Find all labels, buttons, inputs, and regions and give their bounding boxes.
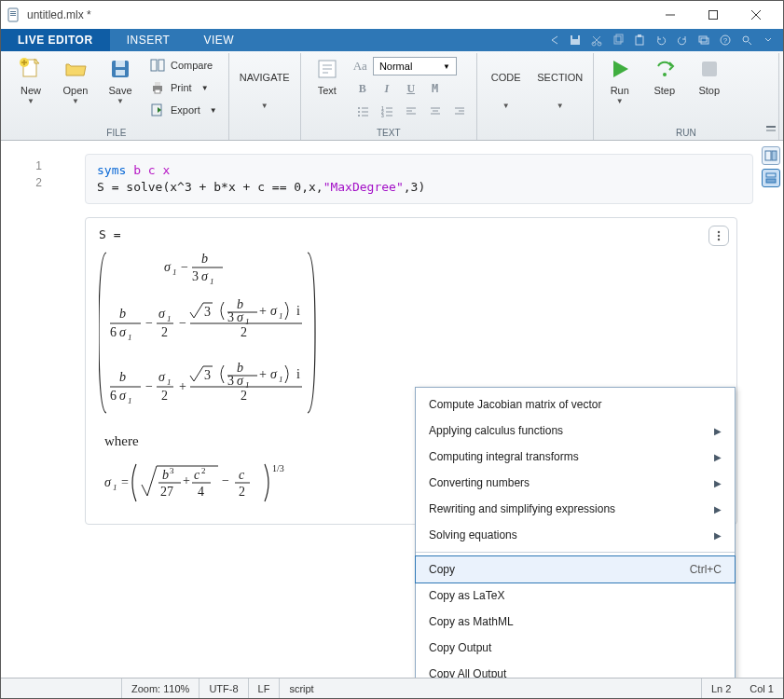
undo-icon[interactable] [652,31,670,49]
new-file-icon [19,57,43,81]
dropdown-icon: ▼ [261,102,268,110]
search-help-icon[interactable] [737,31,756,49]
qat-shrink-icon[interactable] [544,31,563,49]
qat-dropdown-icon[interactable] [759,31,777,49]
svg-text:1/3: 1/3 [272,463,284,473]
svg-text:2: 2 [161,325,168,339]
pin-icon[interactable] [764,120,777,136]
open-folder-icon [63,57,88,81]
svg-text:1: 1 [245,380,250,390]
document-icon [7,7,21,22]
svg-text:σ: σ [270,304,278,318]
svg-text:3: 3 [227,374,234,388]
output-menu-button[interactable] [708,226,729,246]
svg-text:c: c [239,468,245,482]
underline-button[interactable]: U [402,79,420,98]
bold-button[interactable]: B [353,79,372,98]
svg-rect-141 [766,173,776,177]
switch-windows-icon[interactable] [695,31,713,49]
help-icon[interactable]: ? [716,31,735,49]
new-button[interactable]: New ▼ [12,55,49,105]
numbered-list-button[interactable]: 123 [378,102,396,120]
svg-text:2: 2 [161,389,168,403]
code-block[interactable]: syms b c x S = solve(x^3 + b*x + c == 0,… [85,154,753,204]
tab-insert[interactable]: INSERT [110,29,187,51]
ctx-convert[interactable]: Converting numbers▶ [416,470,735,496]
svg-text:3: 3 [204,368,211,382]
svg-text:−: − [179,316,186,330]
open-button[interactable]: Open ▼ [57,55,94,105]
svg-text:σ: σ [119,325,127,339]
navigate-button[interactable]: NAVIGATE ▼ [237,55,293,110]
ctx-jacobian[interactable]: Compute Jacobian matrix of vector [416,391,735,418]
text-button[interactable]: Text [309,55,346,96]
ctx-copy-all-output[interactable]: Copy All Output [416,661,735,678]
svg-text:c: c [194,468,200,482]
align-right-button[interactable] [450,102,469,120]
chevron-right-icon: ▶ [714,452,722,462]
svg-text:1: 1 [113,483,117,492]
svg-rect-12 [614,36,621,44]
step-button[interactable]: Step [646,55,683,96]
svg-text:1: 1 [172,267,177,277]
italic-button[interactable]: I [378,79,396,98]
line-number: 2 [1,176,57,193]
align-left-button[interactable] [402,102,420,120]
ctx-rewrite[interactable]: Rewriting and simplifying expressions▶ [416,496,735,522]
run-button[interactable]: Run ▼ [601,55,639,105]
svg-text:3: 3 [170,466,174,475]
ctx-solving[interactable]: Solving equations▶ [416,522,735,548]
style-selector[interactable]: Normal▼ [373,57,457,75]
tab-view[interactable]: VIEW [186,29,251,51]
bullet-list-button[interactable] [353,102,372,120]
status-zoom[interactable]: Zoom: 110% [122,678,199,698]
output-inline-button[interactable] [762,169,780,187]
ctx-calculus[interactable]: Applying calculus functions▶ [416,418,735,444]
svg-text:2: 2 [241,325,247,339]
minimize-button[interactable] [649,1,692,29]
monospace-button[interactable]: M [426,79,445,98]
print-button[interactable]: Print▼ [146,77,221,98]
svg-text:σ: σ [270,367,278,381]
svg-text:b: b [237,361,243,375]
stop-button[interactable]: Stop [691,55,728,96]
svg-line-21 [749,42,751,45]
copy-icon[interactable] [609,31,627,49]
align-center-button[interactable] [426,102,445,120]
svg-rect-3 [10,15,16,16]
svg-rect-30 [155,82,160,86]
close-button[interactable] [735,1,777,29]
ctx-copy-latex[interactable]: Copy as LaTeX [416,582,735,609]
dropdown-icon: ▼ [117,97,124,105]
group-label-run: RUN [601,126,771,140]
svg-text:3: 3 [381,113,384,117]
dropdown-icon: ▼ [557,102,564,110]
ctx-integral[interactable]: Computing integral transforms▶ [416,444,735,470]
tab-live-editor[interactable]: LIVE EDITOR [1,29,110,51]
compare-button[interactable]: Compare [146,55,221,75]
ctx-copy[interactable]: CopyCtrl+C [416,556,735,582]
export-icon [150,103,165,117]
output-right-button[interactable] [762,146,780,165]
ctx-copy-mathml[interactable]: Copy as MathML [416,609,735,635]
cut-icon[interactable] [587,31,606,49]
section-menu[interactable]: SECTION ▼ [535,55,585,110]
paste-icon[interactable] [630,31,649,49]
line-number: 1 [1,159,57,176]
save-icon[interactable] [566,31,585,49]
save-button[interactable]: Save ▼ [102,55,139,105]
maximize-button[interactable] [692,1,735,29]
svg-text:27: 27 [160,485,173,499]
svg-rect-142 [766,179,776,183]
editor-area: 1 2 syms b c x S = solve(x^3 + b*x + c =… [1,141,783,678]
export-button[interactable]: Export▼ [146,100,221,120]
dropdown-icon: ▼ [616,97,624,105]
status-encoding: UTF-8 [199,678,248,698]
redo-icon[interactable] [673,31,692,49]
svg-point-62 [718,231,720,233]
ctx-copy-output[interactable]: Copy Output [416,635,735,661]
svg-text:1: 1 [279,375,283,384]
svg-text:3: 3 [227,310,234,324]
step-icon [653,57,677,81]
code-menu[interactable]: CODE ▼ [485,55,528,110]
